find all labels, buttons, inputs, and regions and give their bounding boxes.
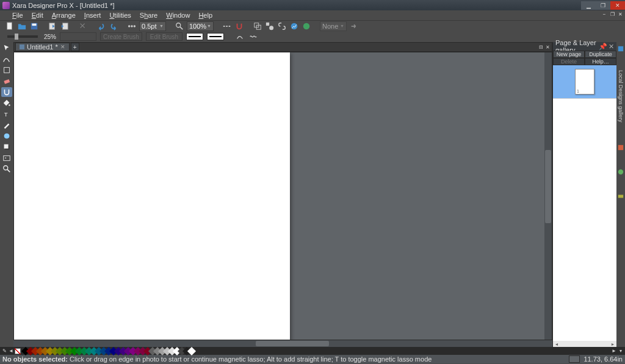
- svg-rect-2: [32, 23, 37, 26]
- svg-point-7: [134, 25, 136, 27]
- cut-button[interactable]: [78, 21, 88, 31]
- transparency-tool[interactable]: [1, 131, 12, 141]
- menu-window[interactable]: Window: [162, 11, 193, 20]
- status-coords: 11.73, 6.64in: [583, 355, 623, 363]
- menubar: File Edit Arrange Insert Utilities Share…: [0, 10, 625, 20]
- brush-preset[interactable]: [60, 32, 96, 41]
- svg-point-8: [176, 23, 181, 27]
- line-style-button[interactable]: [127, 21, 137, 31]
- save-button[interactable]: [29, 21, 39, 31]
- page-thumbnail-list: 1: [553, 65, 616, 341]
- magnetic-lasso-tool[interactable]: [1, 87, 12, 97]
- page-thumbnail[interactable]: 1: [553, 65, 616, 99]
- color-scroll-left[interactable]: ◄: [8, 348, 14, 354]
- doc-tab-close-icon[interactable]: ✕: [60, 44, 65, 50]
- panel-close-icon[interactable]: ✕: [609, 43, 614, 51]
- nudge-combo[interactable]: None▼: [320, 21, 347, 31]
- titlebar: Xara Designer Pro X - [Untitled1 *] ▁ ❐ …: [0, 0, 625, 10]
- shadow-tool[interactable]: [1, 142, 12, 152]
- freehand-tool[interactable]: [1, 54, 12, 64]
- redo-button[interactable]: [109, 21, 118, 31]
- vertical-scrollbar[interactable]: [544, 52, 552, 340]
- preview-button[interactable]: [289, 21, 299, 31]
- tab-splitter-icon[interactable]: ⊟: [538, 44, 544, 50]
- panel-pin-icon[interactable]: 📌: [599, 43, 607, 51]
- shape-tool[interactable]: [1, 65, 12, 75]
- window-minimize-button[interactable]: ▁: [581, 1, 596, 10]
- svg-text:T: T: [4, 111, 8, 118]
- line-width-combo[interactable]: 0.5pt▼: [139, 21, 166, 31]
- new-page-button[interactable]: New page: [553, 51, 585, 58]
- svg-point-6: [131, 25, 133, 27]
- group-button[interactable]: [253, 21, 262, 31]
- canvas[interactable]: [14, 52, 544, 340]
- edit-brush-button[interactable]: Edit Brush: [146, 32, 182, 41]
- fill-gallery-icon[interactable]: [617, 166, 624, 174]
- content-catalog-icon[interactable]: [617, 43, 624, 51]
- page[interactable]: [14, 52, 290, 340]
- panel-help-button[interactable]: Help…: [585, 58, 616, 65]
- color-options-button[interactable]: ▾: [618, 348, 624, 354]
- create-brush-button[interactable]: Create Brush: [100, 32, 142, 41]
- selector-tool[interactable]: [1, 43, 12, 53]
- horizontal-scrollbar[interactable]: [13, 340, 552, 347]
- menu-help[interactable]: Help: [195, 11, 216, 20]
- menu-file[interactable]: File: [9, 11, 27, 20]
- eraser-tool[interactable]: [1, 76, 12, 86]
- duplicate-button[interactable]: Duplicate: [585, 51, 616, 58]
- line-sample-2[interactable]: [207, 33, 224, 40]
- open-button[interactable]: [17, 21, 27, 31]
- menu-insert[interactable]: Insert: [81, 11, 105, 20]
- new-button[interactable]: [5, 21, 15, 31]
- designs-gallery-tab[interactable]: Local Designs gallery: [617, 68, 624, 125]
- gallery-header[interactable]: Page & Layer gallery 📌✕: [553, 42, 616, 51]
- fill-tool[interactable]: [1, 98, 12, 108]
- bitmap-gallery-icon[interactable]: [617, 142, 624, 149]
- zoom-combo[interactable]: 100%▼: [187, 21, 214, 31]
- zoom-tool-button[interactable]: [175, 21, 184, 31]
- doc-restore-button[interactable]: ❐: [609, 11, 616, 17]
- name-gallery-icon[interactable]: [617, 191, 624, 198]
- web-preview-button[interactable]: [302, 21, 311, 31]
- window-maximize-button[interactable]: ❐: [596, 1, 610, 10]
- shapes-button[interactable]: [265, 21, 275, 31]
- doc-minimize-button[interactable]: −: [601, 11, 608, 17]
- import-button[interactable]: [48, 21, 57, 31]
- navigator-icon[interactable]: [569, 355, 580, 363]
- doc-close-button[interactable]: ✕: [616, 11, 624, 17]
- text-tool[interactable]: T: [1, 109, 12, 119]
- no-color-swatch[interactable]: [15, 348, 21, 354]
- snap-button[interactable]: [234, 21, 244, 31]
- menu-edit[interactable]: Edit: [28, 11, 47, 20]
- menu-share[interactable]: Share: [136, 11, 161, 20]
- info-toolbar: 25% Create Brush Edit Brush: [0, 31, 625, 42]
- feather-slider[interactable]: [7, 35, 38, 38]
- export-button[interactable]: [60, 21, 70, 31]
- effect-button-2[interactable]: [248, 32, 258, 41]
- svg-rect-0: [7, 22, 12, 29]
- pen-tool[interactable]: [1, 120, 12, 130]
- next-button[interactable]: [349, 21, 359, 31]
- effect-button-1[interactable]: [235, 32, 245, 41]
- menu-utilities[interactable]: Utilities: [106, 11, 134, 20]
- svg-point-5: [128, 25, 131, 27]
- svg-rect-21: [4, 156, 10, 161]
- dash-button[interactable]: [222, 21, 232, 31]
- doc-tab-icon: [20, 45, 24, 49]
- line-sample-1[interactable]: [186, 33, 203, 40]
- tab-close-icon[interactable]: ✕: [544, 44, 551, 50]
- main-toolbar: 0.5pt▼ 100%▼ None▼: [0, 20, 625, 31]
- window-close-button[interactable]: ✕: [610, 1, 625, 10]
- link-button[interactable]: [277, 21, 287, 31]
- panel-scrollbar[interactable]: ◄►: [553, 341, 616, 347]
- doc-tab[interactable]: Untitled1 * ✕: [15, 43, 70, 51]
- color-edit-button[interactable]: ✎: [1, 348, 7, 354]
- svg-rect-16: [4, 79, 10, 84]
- menu-arrange[interactable]: Arrange: [48, 11, 79, 20]
- color-scroll-right[interactable]: ►: [611, 348, 617, 354]
- zoom-tool[interactable]: [1, 164, 12, 174]
- new-tab-button[interactable]: +: [71, 43, 79, 51]
- undo-button[interactable]: [96, 21, 106, 31]
- photo-tool[interactable]: [1, 153, 12, 163]
- color-swatch[interactable]: [187, 346, 196, 355]
